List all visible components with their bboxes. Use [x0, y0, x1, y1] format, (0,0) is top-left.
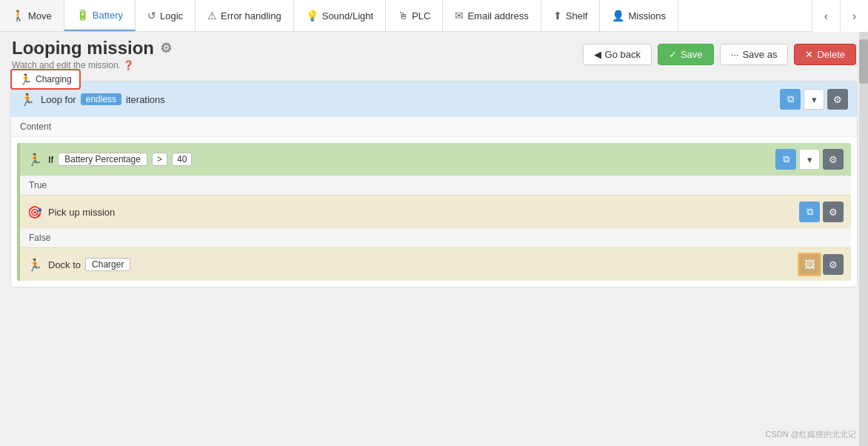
mission-copy-button[interactable]: ⧉: [799, 202, 820, 222]
charger-badge[interactable]: Charger: [85, 258, 130, 271]
help-icon[interactable]: ❓: [123, 60, 134, 70]
nav-prev-button[interactable]: ‹: [812, 0, 840, 32]
plc-icon: 🖱: [398, 10, 408, 21]
tab-missions[interactable]: 👤 Missions: [600, 0, 678, 31]
scroll-thumb[interactable]: [859, 39, 868, 84]
charging-run-icon: 🏃: [19, 73, 32, 85]
if-dropdown-button[interactable]: ▾: [799, 149, 820, 170]
tab-email[interactable]: ✉ Email address: [443, 0, 541, 31]
charging-badge: 🏃 Charging: [10, 69, 81, 90]
loop-header-actions: ⧉ ▾ ⚙: [780, 89, 848, 110]
pickup-mission-row: 🎯 Pick up mission ⧉ ⚙: [20, 195, 851, 228]
dock-label: Dock to Charger: [48, 258, 767, 271]
false-section: False 🏃 Dock to Charger 🖼 ⧉ ⚙: [20, 228, 851, 281]
tab-sound-label: Sound/Light: [322, 10, 373, 21]
loop-dropdown-button[interactable]: ▾: [804, 89, 824, 110]
dock-settings-button[interactable]: ⚙: [823, 254, 844, 275]
tab-logic-label: Logic: [160, 10, 183, 21]
shelf-icon: ⬆: [553, 10, 562, 21]
loop-prefix: Loop for: [41, 94, 76, 105]
page-title-row: Looping mission ⚙: [12, 38, 172, 59]
logic-icon: ↺: [147, 10, 156, 21]
watermark-text: CSDN @红狐狸的北北记: [766, 430, 856, 439]
if-condition-badge[interactable]: Battery Percentage: [58, 153, 147, 166]
tab-email-label: Email address: [467, 10, 528, 21]
go-back-button[interactable]: ◀ Go back: [583, 44, 652, 65]
go-back-icon: ◀: [594, 49, 601, 60]
loop-person-icon: 🏃: [20, 93, 35, 107]
battery-icon: 🔋: [76, 9, 89, 21]
save-button[interactable]: ✓ Save: [658, 44, 714, 65]
save-as-label: Save as: [742, 49, 777, 60]
false-inner: 🏃 Dock to Charger 🖼 ⧉ ⚙: [20, 247, 851, 281]
save-as-button[interactable]: ··· Save as: [720, 44, 789, 65]
false-label-text: False: [29, 233, 50, 243]
main-area: 🏃 Charging Looping mission ⚙ Watch and e…: [0, 32, 868, 446]
charging-label: Charging: [36, 74, 72, 84]
tab-battery-label: Battery: [93, 10, 123, 21]
nav-arrows: ‹ ›: [812, 0, 868, 31]
page-gear-icon[interactable]: ⚙: [160, 40, 172, 56]
if-header-left: If Battery Percentage > 40: [48, 153, 769, 166]
mission-actions: ⧉ ⚙: [799, 202, 844, 222]
if-value-badge[interactable]: 40: [172, 153, 192, 166]
content-label: Content: [11, 117, 857, 137]
header-buttons: ◀ Go back ✓ Save ··· Save as ✕ Delete: [583, 44, 856, 65]
if-block: 🏃 If Battery Percentage > 40 ⧉ ▾ ⚙ True: [17, 143, 851, 281]
tab-move[interactable]: 🚶 Move: [0, 0, 64, 31]
tab-error-handling[interactable]: ⚠ Error handling: [196, 0, 294, 31]
move-icon: 🚶: [12, 10, 24, 21]
if-settings-button[interactable]: ⚙: [823, 149, 844, 170]
dock-prefix: Dock to: [48, 259, 81, 270]
tab-plc[interactable]: 🖱 PLC: [386, 0, 443, 31]
loop-header-left: Loop for endless iterations: [41, 93, 774, 105]
header-row: Looping mission ⚙ Watch and edit the mis…: [0, 32, 868, 73]
if-operator-badge[interactable]: >: [152, 153, 167, 166]
dock-row: 🏃 Dock to Charger 🖼 ⧉ ⚙: [20, 247, 851, 281]
loop-header: 🏃 Loop for endless iterations ⧉ ▾ ⚙: [11, 81, 857, 117]
target-icon: 🎯: [27, 205, 42, 219]
loop-container: 🏃 Loop for endless iterations ⧉ ▾ ⚙ Cont…: [10, 81, 858, 287]
if-header-actions: ⧉ ▾ ⚙: [775, 149, 844, 170]
tab-missions-label: Missions: [628, 10, 666, 21]
if-header: 🏃 If Battery Percentage > 40 ⧉ ▾ ⚙: [20, 143, 851, 176]
dock-actions: 🖼 ⧉ ⚙: [772, 254, 844, 275]
tab-shelf[interactable]: ⬆ Shelf: [541, 0, 601, 31]
delete-label: Delete: [817, 49, 845, 60]
tab-shelf-label: Shelf: [566, 10, 588, 21]
false-image-placeholder: 🖼: [798, 253, 821, 276]
pickup-label: Pick up mission: [48, 207, 793, 218]
checkmark-icon: ✓: [669, 49, 677, 60]
tab-sound-light[interactable]: 💡 Sound/Light: [294, 0, 386, 31]
content-text: Content: [20, 122, 51, 132]
page-title: Looping mission: [12, 38, 154, 59]
tab-logic[interactable]: ↺ Logic: [136, 0, 196, 31]
false-label: False: [20, 228, 851, 247]
nav-next-button[interactable]: ›: [840, 0, 868, 32]
header-left: Looping mission ⚙ Watch and edit the mis…: [12, 38, 172, 70]
true-label: True: [20, 176, 851, 195]
delete-button[interactable]: ✕ Delete: [794, 44, 856, 65]
tab-error-label: Error handling: [221, 10, 281, 21]
x-icon: ✕: [805, 49, 813, 60]
tab-move-label: Move: [28, 10, 52, 21]
tab-plc-label: PLC: [412, 10, 430, 21]
if-copy-button[interactable]: ⧉: [775, 149, 796, 170]
loop-copy-button[interactable]: ⧉: [780, 89, 801, 110]
dock-person-icon: 🏃: [27, 258, 42, 272]
tab-battery[interactable]: 🔋 Battery: [64, 0, 136, 31]
mission-settings-button[interactable]: ⚙: [823, 202, 844, 222]
dots-icon: ···: [731, 49, 739, 60]
scroll-track[interactable]: [859, 32, 868, 446]
loop-suffix: iterations: [126, 94, 165, 105]
if-prefix: If: [48, 154, 53, 165]
bulb-icon: 💡: [306, 10, 318, 21]
warning-icon: ⚠: [207, 10, 217, 21]
missions-icon: 👤: [612, 10, 624, 21]
if-person-icon: 🏃: [27, 153, 42, 167]
loop-settings-button[interactable]: ⚙: [827, 89, 848, 110]
true-label-text: True: [29, 180, 47, 190]
true-section: True 🎯 Pick up mission ⧉ ⚙: [20, 176, 851, 228]
top-nav-bar: 🚶 Move 🔋 Battery ↺ Logic ⚠ Error handlin…: [0, 0, 868, 32]
watermark: CSDN @红狐狸的北北记: [766, 429, 856, 440]
